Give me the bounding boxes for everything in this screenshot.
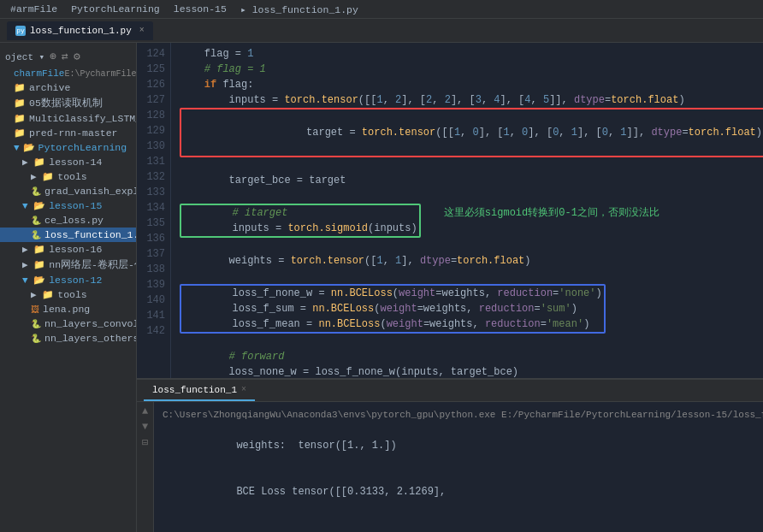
sidebar-item-label: archive <box>29 82 70 93</box>
sidebar-item-label: tools <box>57 289 87 300</box>
project-dropdown[interactable]: oject ▾ <box>5 51 44 62</box>
code-line-134 <box>180 238 763 253</box>
sidebar-item-pytorchlearning[interactable]: ▼ 📂 PytorchLearning <box>0 140 136 155</box>
py-file-icon: py <box>15 26 26 36</box>
folder-icon: 📁 <box>14 98 26 109</box>
folder-icon: ▶ 📁 <box>31 171 54 182</box>
sidebar-item-tools1[interactable]: ▶ 📁 tools <box>0 169 136 184</box>
py-file-icon: 🐍 <box>31 319 41 329</box>
sidebar-item-tools2[interactable]: ▶ 📁 tools <box>0 287 136 302</box>
folder-icon: 📂 <box>23 142 35 153</box>
sidebar-item-label: grad_vanish_explod.p <box>44 186 136 197</box>
menu-file[interactable]: #armFile <box>3 0 64 19</box>
sidebar: oject ▾ ⊕ ⇄ ⚙ charmFile E:\PycharmFile 📁… <box>0 43 137 532</box>
sidebar-item-label: nn_layers_others.py <box>44 333 136 344</box>
sidebar-item-label: lesson-16 <box>49 244 102 255</box>
bottom-tab-run[interactable]: loss_function_1 × <box>144 381 255 401</box>
folder-icon: 📁 <box>14 127 26 139</box>
code-line-133: inputs = torch.sigmoid(inputs) <box>183 221 417 236</box>
sidebar-item-lesson14[interactable]: ▶ 📁 lesson-14 <box>0 155 136 169</box>
line-numbers: 124 125 126 127 128 129 130 131 132 133 … <box>137 43 171 378</box>
green-highlight-block: # itarget inputs = torch.sigmoid(inputs) <box>180 204 421 238</box>
sidebar-item-nn-layers-others[interactable]: 🐍 nn_layers_others.py <box>0 331 136 346</box>
sidebar-item-pred-rnn[interactable]: 📁 pred-rnn-master <box>0 126 136 140</box>
blue-highlight-block: loss_f_none_w = nn.BCELoss(weight=weight… <box>180 284 606 334</box>
terminal-line-3: [0.1269, 2.1269], <box>163 515 754 532</box>
code-line-141: # forward <box>180 349 763 364</box>
sidebar-item-label: tools <box>57 171 87 182</box>
sidebar-item-celoss[interactable]: 🐍 ce_loss.py <box>0 213 136 228</box>
sidebar-item-label: loss_function_1.py <box>44 229 136 240</box>
sidebar-item-loss-function[interactable]: 🐍 loss_function_1.py <box>0 228 136 242</box>
filter-icon[interactable]: ⊟ <box>142 436 148 449</box>
code-line-136 <box>180 269 763 284</box>
code-line-124: flag = 1 <box>180 46 763 62</box>
code-content[interactable]: flag = 1 # flag = 1 if flag: inputs = to… <box>171 43 763 378</box>
bottom-tab-close-icon[interactable]: × <box>241 385 246 394</box>
sidebar-item-lesson12[interactable]: ▼ 📂 lesson-12 <box>0 273 136 287</box>
up-icon[interactable]: ▲ <box>142 405 148 417</box>
code-line-125: # flag = 1 <box>180 62 763 77</box>
sidebar-item-label: lena.png <box>43 304 90 315</box>
code-line-142: loss_none_w = loss_f_none_w(inputs, targ… <box>180 364 763 378</box>
folder-icon: ▶ 📁 <box>22 244 45 255</box>
code-line-132: # itarget <box>183 205 417 221</box>
folder-icon: ▶ 📁 <box>22 157 45 168</box>
menu-pytorch[interactable]: PytorchLearning <box>64 0 167 19</box>
code-line-139: loss_f_mean = nn.BCELoss(weight=weights,… <box>183 316 602 332</box>
folder-icon: ▶ 📁 <box>31 289 54 300</box>
terminal-line-2: BCE Loss tensor([[0.3133, 2.1269], <box>163 469 754 515</box>
sidebar-item-label: nn网络层-卷积层-代码 <box>49 258 136 271</box>
code-line-130: target_bce = target <box>180 173 763 188</box>
bottom-side-icons: ▲ ▼ ⊟ <box>137 402 154 532</box>
add-icon[interactable]: ⊕ <box>50 50 56 63</box>
settings-icon[interactable]: ⚙ <box>74 50 80 63</box>
sidebar-item-label: ce_loss.py <box>44 215 104 226</box>
sidebar-item-label: 05数据读取机制 <box>29 97 103 109</box>
sidebar-item-multiclassify[interactable]: 📁 MultiClassify_LSTM_ForChin <box>0 111 136 126</box>
code-line-127: inputs = torch.tensor([[1, 2], [2, 2], [… <box>180 92 763 108</box>
sidebar-item-data-read[interactable]: 📁 05数据读取机制 <box>0 95 136 111</box>
sidebar-charmfile[interactable]: charmFile E:\PycharmFile <box>0 67 136 80</box>
code-line-140 <box>180 334 763 349</box>
sidebar-item-label: lesson-12 <box>49 275 102 286</box>
sidebar-item-nn-conv[interactable]: ▶ 📁 nn网络层-卷积层-代码 <box>0 257 136 273</box>
code-editor[interactable]: 124 125 126 127 128 129 130 131 132 133 … <box>137 43 763 378</box>
menu-filepath[interactable]: ▸ loss_function_1.py <box>234 0 365 19</box>
code-area: 124 125 126 127 128 129 130 131 132 133 … <box>137 43 763 532</box>
sidebar-item-label: PytorchLearning <box>38 142 127 153</box>
py-file-icon: 🐍 <box>31 216 41 226</box>
py-file-icon: 🐍 <box>31 230 41 240</box>
menu-lesson15[interactable]: lesson-15 <box>167 0 234 19</box>
tab-close-icon[interactable]: × <box>139 26 145 35</box>
terminal-path: C:\Users\ZhongqiangWu\Anaconda3\envs\pyt… <box>163 407 754 423</box>
tab-bar: py loss_function_1.py × <box>0 19 763 43</box>
sidebar-item-label: lesson-15 <box>49 200 102 211</box>
tab-loss-function[interactable]: py loss_function_1.py × <box>7 21 153 40</box>
folder-icon: 📁 <box>14 82 26 93</box>
sidebar-item-archive[interactable]: 📁 archive <box>0 80 136 95</box>
bottom-panel: loss_function_1 × ▲ ▼ ⊟ C:\Users\Zhongqi… <box>137 378 763 532</box>
down-icon[interactable]: ▼ <box>142 421 148 433</box>
code-line-135: weights = torch.tensor([1, 1], dtype=tor… <box>180 253 763 269</box>
sidebar-item-grad[interactable]: 🐍 grad_vanish_explod.p <box>0 184 136 198</box>
folder-icon: 📁 <box>14 113 26 124</box>
menu-bar: #armFile PytorchLearning lesson-15 ▸ los… <box>0 0 763 19</box>
tab-label: loss_function_1.py <box>30 26 132 36</box>
sidebar-item-nn-layers-conv[interactable]: 🐍 nn_layers_convolu <box>0 316 136 331</box>
folder-icon: ▶ 📁 <box>22 259 45 270</box>
code-line-138: loss_f_sum = nn.BCELoss(weight=weights, … <box>183 301 602 316</box>
sidebar-item-lesson15[interactable]: ▼ 📂 lesson-15 <box>0 198 136 213</box>
sidebar-item-lena[interactable]: 🖼 lena.png <box>0 302 136 316</box>
code-line-126: if flag: <box>180 77 763 92</box>
sync-icon[interactable]: ⇄ <box>62 50 68 63</box>
png-file-icon: 🖼 <box>31 304 39 315</box>
sidebar-item-label: lesson-14 <box>49 157 102 168</box>
sidebar-item-label: MultiClassify_LSTM_ForChin <box>29 113 136 124</box>
sidebar-item-label: nn_layers_convolu <box>44 318 136 329</box>
bottom-tab-bar: loss_function_1 × <box>137 380 763 402</box>
bottom-tab-label: loss_function_1 <box>152 385 237 395</box>
sidebar-item-lesson16[interactable]: ▶ 📁 lesson-16 <box>0 242 136 257</box>
py-file-icon: 🐍 <box>31 334 41 344</box>
code-line-131 <box>180 188 763 204</box>
